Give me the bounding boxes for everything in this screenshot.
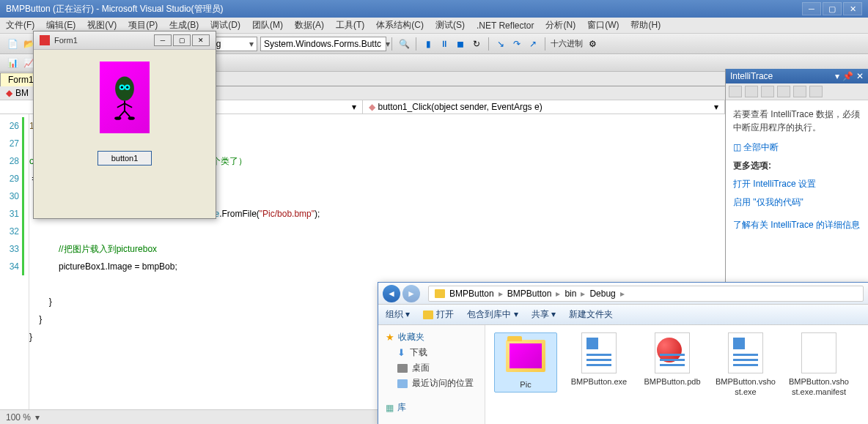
menu-item[interactable]: 调试(D) bbox=[210, 19, 240, 31]
dropdown-icon[interactable]: ▾ bbox=[835, 71, 839, 81]
maximize-button[interactable]: ▢ bbox=[823, 2, 842, 15]
svg-point-4 bbox=[126, 86, 128, 89]
button1[interactable]: button1 bbox=[98, 151, 152, 165]
bc-item[interactable]: BMPButton bbox=[449, 289, 494, 299]
organize-menu[interactable]: 组织 ▾ bbox=[386, 308, 410, 321]
vs-titlebar: BMPButton (正在运行) - Microsoft Visual Stud… bbox=[0, 0, 868, 18]
menu-item[interactable]: 项目(P) bbox=[128, 19, 158, 31]
file-item[interactable]: BMPButton.vshost.exe.manifest bbox=[787, 332, 850, 398]
minimize-button[interactable]: ─ bbox=[802, 2, 821, 15]
favorites-header[interactable]: ★ 收藏夹 bbox=[386, 330, 482, 345]
menu-item[interactable]: 文件(F) bbox=[6, 19, 34, 31]
form1-maximize[interactable]: ▢ bbox=[173, 34, 191, 46]
t2-icon[interactable]: 📊 bbox=[6, 56, 19, 70]
stop-icon[interactable]: ◼ bbox=[454, 37, 467, 51]
method-icon: ◆ bbox=[369, 102, 375, 112]
explorer-nav: ★ 收藏夹 ⬇ 下载 桌面 最近访问的位置 ▦ 库 bbox=[378, 325, 485, 424]
explorer-titlebar: ◄ ► BMPButton▸ BMPButton▸ bin▸ Debug▸ bbox=[378, 283, 868, 305]
menu-item[interactable]: 生成(B) bbox=[169, 19, 199, 31]
open-button[interactable]: 打开 bbox=[423, 308, 454, 321]
form1-icon bbox=[40, 35, 50, 45]
breadcrumb[interactable]: BMPButton▸ BMPButton▸ bin▸ Debug▸ bbox=[428, 286, 864, 302]
intelli-link-mycode[interactable]: 启用 "仅我的代码" bbox=[733, 196, 861, 209]
panel-tb-icon[interactable] bbox=[777, 86, 790, 97]
panel-tb-icon[interactable] bbox=[745, 86, 758, 97]
panel-tb-icon[interactable] bbox=[761, 86, 774, 97]
menu-item[interactable]: .NET Reflector bbox=[477, 21, 534, 31]
pause-icon[interactable]: ⏸ bbox=[438, 37, 451, 51]
new-folder-button[interactable]: 新建文件夹 bbox=[569, 308, 613, 321]
zoom-level[interactable]: 100 % bbox=[6, 412, 31, 423]
nav-right[interactable]: ◆ button1_Click(object sender, EventArgs… bbox=[363, 100, 726, 114]
tool-icon[interactable]: ⚙ bbox=[586, 37, 599, 51]
explorer-main: ★ 收藏夹 ⬇ 下载 桌面 最近访问的位置 ▦ 库 PicBMPButton.e… bbox=[378, 325, 868, 424]
hex-label[interactable]: 十六进制 bbox=[551, 38, 583, 49]
form1-titlebar[interactable]: Form1 ─ ▢ ✕ bbox=[34, 31, 216, 50]
svg-line-8 bbox=[119, 111, 125, 116]
file-tab-label: BM bbox=[15, 88, 29, 98]
explorer-window: ◄ ► BMPButton▸ BMPButton▸ bin▸ Debug▸ 组织… bbox=[378, 282, 868, 424]
svg-line-6 bbox=[117, 103, 125, 108]
menu-item[interactable]: 体系结构(C) bbox=[376, 19, 424, 31]
form1-body: button1 bbox=[34, 50, 216, 218]
picturebox bbox=[100, 62, 150, 133]
stepover-icon[interactable]: ↷ bbox=[510, 37, 523, 51]
menu-item[interactable]: 帮助(H) bbox=[630, 19, 661, 31]
platform-dropdown[interactable]: System.Windows.Forms.Buttc▾ bbox=[260, 37, 386, 51]
close-button[interactable]: ✕ bbox=[843, 2, 862, 15]
step-icon[interactable]: ▮ bbox=[422, 37, 435, 51]
panel-title: IntelliTrace bbox=[730, 71, 773, 81]
menu-item[interactable]: 分析(N) bbox=[545, 19, 575, 31]
file-item[interactable]: BMPButton.pdb bbox=[641, 332, 704, 387]
panel-controls: ▾ 📌 ✕ bbox=[835, 71, 864, 81]
bc-item[interactable]: Debug bbox=[589, 289, 615, 299]
svg-line-9 bbox=[125, 111, 130, 116]
platform-value: System.Windows.Forms.Buttc bbox=[264, 39, 381, 49]
new-icon[interactable]: 📄 bbox=[6, 37, 19, 51]
menu-item[interactable]: 视图(V) bbox=[87, 19, 117, 31]
panel-tb-icon[interactable] bbox=[793, 86, 806, 97]
file-list: PicBMPButton.exeBMPButton.pdbBMPButton.v… bbox=[485, 325, 868, 424]
file-item[interactable]: Pic bbox=[494, 332, 557, 393]
form1-minimize[interactable]: ─ bbox=[154, 34, 172, 46]
nav-downloads[interactable]: ⬇ 下载 bbox=[386, 345, 482, 360]
tab-label: Form1. bbox=[8, 75, 36, 85]
find-icon[interactable]: 🔍 bbox=[397, 37, 411, 51]
library-header[interactable]: ▦ 库 bbox=[386, 400, 482, 415]
menu-item[interactable]: 工具(T) bbox=[336, 19, 364, 31]
svg-point-3 bbox=[121, 86, 123, 89]
form1-close[interactable]: ✕ bbox=[192, 34, 210, 46]
back-button[interactable]: ◄ bbox=[383, 285, 400, 302]
file-item[interactable]: BMPButton.vshost.exe bbox=[714, 332, 777, 398]
close-panel-icon[interactable]: ✕ bbox=[856, 71, 864, 81]
library-menu[interactable]: 包含到库中 ▾ bbox=[467, 308, 518, 321]
menu-item[interactable]: 测试(S) bbox=[435, 19, 465, 31]
nav-desktop[interactable]: 桌面 bbox=[386, 360, 482, 376]
intelli-link-learn[interactable]: 了解有关 IntelliTrace 的详细信息 bbox=[733, 219, 861, 231]
break-all-link[interactable]: ◫ 全部中断 bbox=[733, 141, 861, 154]
panel-tb-icon[interactable] bbox=[809, 86, 823, 97]
menu-item[interactable]: 编辑(E) bbox=[46, 19, 76, 31]
more-options-label: 更多选项: bbox=[733, 160, 861, 172]
nav-recent[interactable]: 最近访问的位置 bbox=[386, 376, 482, 391]
file-icon: ◆ bbox=[6, 88, 12, 98]
stepout-icon[interactable]: ↗ bbox=[526, 37, 540, 51]
stepinto-icon[interactable]: ↘ bbox=[494, 37, 507, 51]
menu-item[interactable]: 窗口(W) bbox=[587, 19, 619, 31]
form1-title-text: Form1 bbox=[54, 36, 154, 45]
pin-icon[interactable]: 📌 bbox=[842, 71, 853, 81]
vs-title-text: BMPButton (正在运行) - Microsoft Visual Stud… bbox=[6, 3, 802, 15]
svg-point-10 bbox=[114, 116, 121, 120]
explorer-toolbar: 组织 ▾ 打开 包含到库中 ▾ 共享 ▾ 新建文件夹 bbox=[378, 305, 868, 325]
bc-item[interactable]: BMPButton bbox=[507, 289, 552, 299]
forward-button[interactable]: ► bbox=[402, 285, 420, 302]
menu-item[interactable]: 数据(A) bbox=[295, 19, 324, 31]
file-item[interactable]: BMPButton.exe bbox=[567, 332, 630, 387]
panel-tb-icon[interactable] bbox=[729, 86, 742, 97]
menu-item[interactable]: 团队(M) bbox=[252, 19, 283, 31]
intelli-link-settings[interactable]: 打开 IntelliTrace 设置 bbox=[733, 178, 861, 190]
svg-point-0 bbox=[115, 76, 134, 100]
restart-icon[interactable]: ↻ bbox=[470, 37, 483, 51]
share-menu[interactable]: 共享 ▾ bbox=[532, 308, 556, 321]
bc-item[interactable]: bin bbox=[564, 289, 576, 299]
